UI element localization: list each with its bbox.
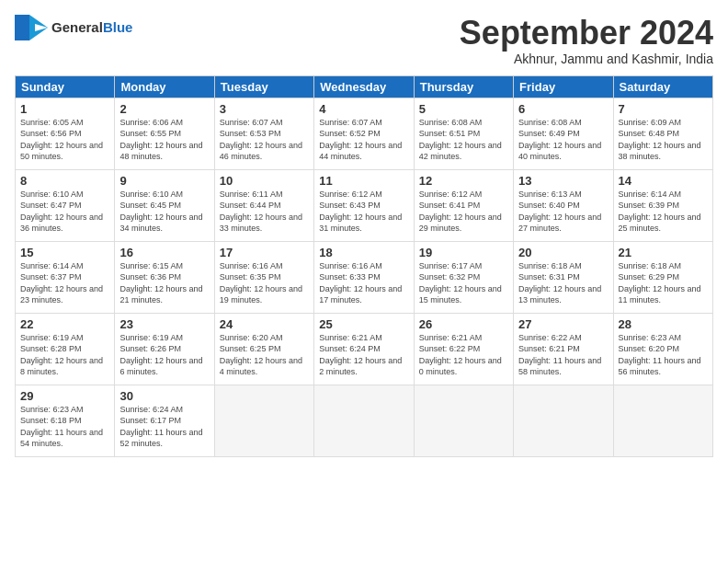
day-detail: Sunrise: 6:19 AMSunset: 6:28 PMDaylight:… (20, 332, 109, 378)
day-detail: Sunrise: 6:19 AMSunset: 6:26 PMDaylight:… (119, 332, 209, 378)
day-number: 7 (619, 102, 708, 116)
day-detail: Sunrise: 6:09 AMSunset: 6:48 PMDaylight:… (619, 117, 708, 163)
table-cell: 3 Sunrise: 6:07 AMSunset: 6:53 PMDayligh… (214, 98, 313, 169)
table-cell: 27 Sunrise: 6:22 AMSunset: 6:21 PMDaylig… (514, 313, 613, 385)
day-number: 17 (220, 246, 309, 259)
day-number: 9 (119, 174, 209, 188)
day-number: 2 (119, 102, 209, 116)
page: GeneralBlue September 2024 Akhnur, Jammu… (0, 0, 728, 563)
day-number: 11 (319, 174, 408, 188)
day-detail: Sunrise: 6:10 AMSunset: 6:45 PMDaylight:… (119, 189, 209, 235)
day-number: 29 (20, 389, 109, 403)
table-cell: 19 Sunrise: 6:17 AMSunset: 6:32 PMDaylig… (414, 241, 513, 313)
location-subtitle: Akhnur, Jammu and Kashmir, India (460, 52, 713, 66)
day-number: 15 (20, 246, 109, 259)
day-detail: Sunrise: 6:11 AMSunset: 6:44 PMDaylight:… (220, 189, 309, 235)
day-detail: Sunrise: 6:16 AMSunset: 6:35 PMDaylight:… (220, 260, 309, 306)
day-number: 12 (419, 174, 508, 188)
day-detail: Sunrise: 6:22 AMSunset: 6:21 PMDaylight:… (518, 332, 608, 378)
table-cell: 25 Sunrise: 6:21 AMSunset: 6:24 PMDaylig… (314, 313, 414, 385)
table-cell: 28 Sunrise: 6:23 AMSunset: 6:20 PMDaylig… (613, 313, 712, 385)
day-number: 3 (220, 102, 309, 116)
table-cell: 12 Sunrise: 6:12 AMSunset: 6:41 PMDaylig… (414, 169, 513, 241)
day-number: 21 (619, 246, 708, 259)
table-cell: 6 Sunrise: 6:08 AMSunset: 6:49 PMDayligh… (514, 98, 613, 169)
day-number: 6 (518, 102, 608, 116)
day-number: 24 (220, 317, 309, 331)
table-cell: 26 Sunrise: 6:21 AMSunset: 6:22 PMDaylig… (414, 313, 513, 385)
calendar-header-row: Sunday Monday Tuesday Wednesday Thursday… (16, 75, 713, 98)
table-cell: 29 Sunrise: 6:23 AMSunset: 6:18 PMDaylig… (16, 385, 115, 456)
day-number: 27 (518, 317, 608, 331)
col-monday: Monday (115, 75, 214, 98)
day-number: 1 (20, 102, 109, 116)
table-cell (214, 385, 313, 456)
day-number: 4 (319, 102, 408, 116)
day-number: 20 (518, 246, 608, 259)
day-detail: Sunrise: 6:14 AMSunset: 6:39 PMDaylight:… (619, 189, 708, 235)
col-sunday: Sunday (16, 75, 115, 98)
day-number: 19 (419, 246, 508, 259)
day-detail: Sunrise: 6:20 AMSunset: 6:25 PMDaylight:… (220, 332, 309, 378)
day-detail: Sunrise: 6:17 AMSunset: 6:32 PMDaylight:… (419, 260, 508, 306)
col-tuesday: Tuesday (214, 75, 313, 98)
table-cell: 5 Sunrise: 6:08 AMSunset: 6:51 PMDayligh… (414, 98, 513, 169)
table-cell: 20 Sunrise: 6:18 AMSunset: 6:31 PMDaylig… (514, 241, 613, 313)
table-cell: 1 Sunrise: 6:05 AMSunset: 6:56 PMDayligh… (16, 98, 115, 169)
table-cell: 7 Sunrise: 6:09 AMSunset: 6:48 PMDayligh… (613, 98, 712, 169)
day-number: 13 (518, 174, 608, 188)
table-cell: 17 Sunrise: 6:16 AMSunset: 6:35 PMDaylig… (214, 241, 313, 313)
table-cell: 23 Sunrise: 6:19 AMSunset: 6:26 PMDaylig… (115, 313, 214, 385)
day-detail: Sunrise: 6:05 AMSunset: 6:56 PMDaylight:… (20, 117, 109, 163)
day-number: 14 (619, 174, 708, 188)
logo-general: General (51, 19, 103, 35)
table-cell: 21 Sunrise: 6:18 AMSunset: 6:29 PMDaylig… (613, 241, 712, 313)
day-detail: Sunrise: 6:12 AMSunset: 6:43 PMDaylight:… (319, 189, 408, 235)
title-area: September 2024 Akhnur, Jammu and Kashmir… (460, 15, 713, 66)
table-cell: 10 Sunrise: 6:11 AMSunset: 6:44 PMDaylig… (214, 169, 313, 241)
table-cell (314, 385, 414, 456)
day-detail: Sunrise: 6:08 AMSunset: 6:51 PMDaylight:… (419, 117, 508, 163)
logo-blue: Blue (103, 19, 133, 35)
day-number: 23 (119, 317, 209, 331)
day-number: 30 (119, 389, 209, 403)
day-detail: Sunrise: 6:21 AMSunset: 6:24 PMDaylight:… (319, 332, 408, 378)
table-cell: 30 Sunrise: 6:24 AMSunset: 6:17 PMDaylig… (115, 385, 214, 456)
day-detail: Sunrise: 6:18 AMSunset: 6:29 PMDaylight:… (619, 260, 708, 306)
month-title: September 2024 (460, 15, 713, 52)
day-number: 22 (20, 317, 109, 331)
calendar-table: Sunday Monday Tuesday Wednesday Thursday… (15, 75, 713, 457)
table-cell: 16 Sunrise: 6:15 AMSunset: 6:36 PMDaylig… (115, 241, 214, 313)
col-saturday: Saturday (613, 75, 712, 98)
table-cell: 15 Sunrise: 6:14 AMSunset: 6:37 PMDaylig… (16, 241, 115, 313)
table-cell: 9 Sunrise: 6:10 AMSunset: 6:45 PMDayligh… (115, 169, 214, 241)
svg-rect-0 (15, 15, 29, 40)
table-cell (613, 385, 712, 456)
table-cell: 18 Sunrise: 6:16 AMSunset: 6:33 PMDaylig… (314, 241, 414, 313)
day-detail: Sunrise: 6:14 AMSunset: 6:37 PMDaylight:… (20, 260, 109, 306)
day-detail: Sunrise: 6:12 AMSunset: 6:41 PMDaylight:… (419, 189, 508, 235)
table-cell: 13 Sunrise: 6:13 AMSunset: 6:40 PMDaylig… (514, 169, 613, 241)
day-detail: Sunrise: 6:15 AMSunset: 6:36 PMDaylight:… (119, 260, 209, 306)
day-detail: Sunrise: 6:18 AMSunset: 6:31 PMDaylight:… (518, 260, 608, 306)
day-detail: Sunrise: 6:10 AMSunset: 6:47 PMDaylight:… (20, 189, 109, 235)
table-cell: 8 Sunrise: 6:10 AMSunset: 6:47 PMDayligh… (16, 169, 115, 241)
day-number: 18 (319, 246, 408, 259)
day-detail: Sunrise: 6:21 AMSunset: 6:22 PMDaylight:… (419, 332, 508, 378)
table-cell: 4 Sunrise: 6:07 AMSunset: 6:52 PMDayligh… (314, 98, 414, 169)
day-detail: Sunrise: 6:23 AMSunset: 6:18 PMDaylight:… (20, 404, 109, 450)
day-detail: Sunrise: 6:24 AMSunset: 6:17 PMDaylight:… (119, 404, 209, 450)
day-detail: Sunrise: 6:08 AMSunset: 6:49 PMDaylight:… (518, 117, 608, 163)
table-cell: 11 Sunrise: 6:12 AMSunset: 6:43 PMDaylig… (314, 169, 414, 241)
col-friday: Friday (514, 75, 613, 98)
calendar-week-2: 8 Sunrise: 6:10 AMSunset: 6:47 PMDayligh… (16, 169, 713, 241)
table-cell: 14 Sunrise: 6:14 AMSunset: 6:39 PMDaylig… (613, 169, 712, 241)
day-number: 28 (619, 317, 708, 331)
day-detail: Sunrise: 6:16 AMSunset: 6:33 PMDaylight:… (319, 260, 408, 306)
day-detail: Sunrise: 6:13 AMSunset: 6:40 PMDaylight:… (518, 189, 608, 235)
day-number: 26 (419, 317, 508, 331)
day-detail: Sunrise: 6:07 AMSunset: 6:52 PMDaylight:… (319, 117, 408, 163)
calendar-week-3: 15 Sunrise: 6:14 AMSunset: 6:37 PMDaylig… (16, 241, 713, 313)
day-number: 8 (20, 174, 109, 188)
table-cell: 24 Sunrise: 6:20 AMSunset: 6:25 PMDaylig… (214, 313, 313, 385)
